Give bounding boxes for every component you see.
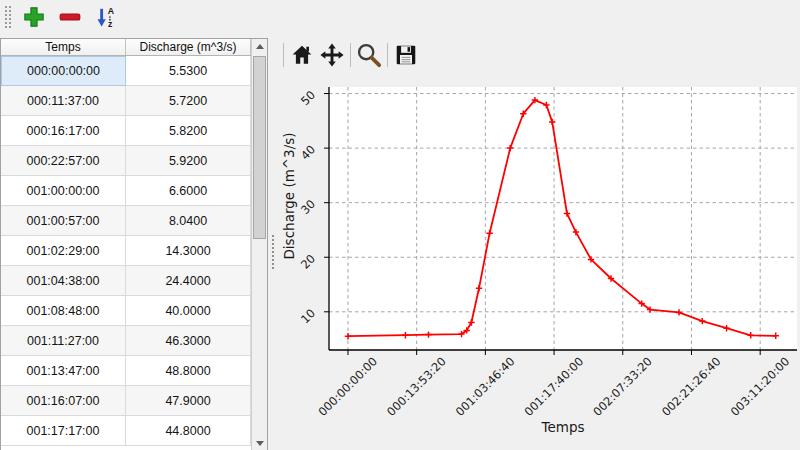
table-row: 000:00:00:005.5300 [1, 56, 251, 86]
cell-temps[interactable]: 001:16:07:00 [1, 386, 126, 416]
cell-discharge[interactable]: 46.3000 [126, 326, 251, 356]
sort-az-icon: A z [94, 5, 118, 29]
x-tick-label: 000:13:53:20 [384, 354, 449, 419]
save-icon [394, 43, 418, 67]
table-scrollbar[interactable] [251, 39, 267, 450]
x-tick-label: 002:07:33:20 [590, 354, 655, 419]
cell-discharge[interactable]: 48.8000 [126, 356, 251, 386]
cell-temps[interactable]: 001:02:29:00 [1, 236, 126, 266]
y-axis-label: Discharge (m^3/s) [281, 132, 297, 259]
cell-discharge[interactable]: 5.7200 [126, 86, 251, 116]
table-row: 000:16:17:005.8200 [1, 116, 251, 146]
x-tick-label: 003:11:20:00 [728, 354, 793, 419]
cell-discharge[interactable]: 40.0000 [126, 296, 251, 326]
cell-temps[interactable]: 001:17:17:00 [1, 416, 126, 446]
table-row: 001:17:17:0044.8000 [1, 416, 251, 446]
scroll-up-button[interactable] [252, 39, 267, 53]
panel-splitter[interactable] [269, 38, 277, 450]
zoom-button[interactable] [354, 40, 384, 70]
y-tick-label: 20 [298, 251, 318, 271]
column-header-discharge[interactable]: Discharge (m^3/s) [126, 39, 251, 55]
cell-temps[interactable]: 000:11:37:00 [1, 86, 126, 116]
svg-text:A: A [108, 6, 115, 16]
remove-row-button[interactable] [55, 3, 85, 31]
cell-discharge[interactable]: 6.6000 [126, 176, 251, 206]
save-button[interactable] [391, 40, 421, 70]
splitter-handle-icon [271, 234, 275, 270]
table-row: 000:22:57:005.9200 [1, 146, 251, 176]
svg-text:z: z [108, 19, 113, 29]
table-row: 001:11:27:0046.3000 [1, 326, 251, 356]
plot-area [329, 87, 797, 350]
x-tick-label: 000:00:00:00 [315, 354, 380, 419]
cell-discharge[interactable]: 24.4000 [126, 266, 251, 296]
y-tick-label: 30 [298, 197, 318, 217]
cell-temps[interactable]: 000:00:00:00 [1, 56, 126, 86]
table-body: 000:00:00:005.5300000:11:37:005.7200000:… [1, 56, 251, 450]
cell-temps[interactable]: 001:04:38:00 [1, 266, 126, 296]
y-tick-label: 10 [298, 306, 318, 326]
main-toolbar: A z [0, 0, 800, 34]
home-icon [290, 43, 314, 67]
zoom-icon [356, 42, 382, 68]
arrow-down-icon [256, 441, 264, 446]
chart-toolbar [280, 40, 421, 70]
y-tick-label: 50 [298, 88, 318, 108]
cell-discharge[interactable]: 5.5300 [126, 56, 251, 86]
table-row: 001:00:00:006.6000 [1, 176, 251, 206]
toolbar-separator [350, 43, 351, 67]
table-row: 001:02:29:0014.3000 [1, 236, 251, 266]
table-row: 001:08:48:0040.0000 [1, 296, 251, 326]
cell-discharge[interactable]: 44.8000 [126, 416, 251, 446]
toolbar-separator [283, 43, 284, 67]
time-series-table: Temps Discharge (m^3/s) 000:00:00:005.53… [0, 38, 268, 450]
cell-discharge[interactable]: 14.3000 [126, 236, 251, 266]
toolbar-separator [387, 43, 388, 67]
x-tick-label: 002:21:26:40 [659, 354, 724, 419]
table-row: 001:00:57:008.0400 [1, 206, 251, 236]
pan-icon [319, 42, 345, 68]
table-row: 000:11:37:005.7200 [1, 86, 251, 116]
y-tick-label: 40 [298, 142, 318, 162]
x-tick-label: 001:17:40:00 [522, 354, 587, 419]
add-row-button[interactable] [19, 3, 49, 31]
chart-panel: 000:00:00:00000:13:53:20001:03:46:40001:… [278, 36, 800, 450]
cell-temps[interactable]: 000:22:57:00 [1, 146, 126, 176]
table-row: 001:16:07:0047.9000 [1, 386, 251, 416]
plus-icon [22, 5, 46, 29]
scrollbar-thumb[interactable] [253, 56, 266, 239]
arrow-up-icon [256, 44, 264, 49]
pan-button[interactable] [317, 40, 347, 70]
table-header: Temps Discharge (m^3/s) [1, 39, 267, 56]
minus-icon [58, 5, 82, 29]
scroll-down-button[interactable] [252, 436, 267, 450]
cell-temps[interactable]: 001:00:57:00 [1, 206, 126, 236]
table-row: 001:04:38:0024.4000 [1, 266, 251, 296]
cell-discharge[interactable]: 8.0400 [126, 206, 251, 236]
cell-temps[interactable]: 000:16:17:00 [1, 116, 126, 146]
toolbar-drag-handle[interactable] [4, 5, 13, 29]
cell-temps[interactable]: 001:13:47:00 [1, 356, 126, 386]
cell-temps[interactable]: 001:11:27:00 [1, 326, 126, 356]
x-tick-label: 001:03:46:40 [453, 354, 518, 419]
home-button[interactable] [287, 40, 317, 70]
cell-discharge[interactable]: 5.9200 [126, 146, 251, 176]
cell-discharge[interactable]: 5.8200 [126, 116, 251, 146]
cell-temps[interactable]: 001:08:48:00 [1, 296, 126, 326]
x-axis-label: Temps [540, 419, 584, 435]
column-header-temps[interactable]: Temps [1, 39, 126, 55]
cell-discharge[interactable]: 47.9000 [126, 386, 251, 416]
chart-canvas[interactable]: 000:00:00:00000:13:53:20001:03:46:40001:… [278, 36, 800, 450]
sort-button[interactable]: A z [91, 3, 121, 31]
cell-temps[interactable]: 001:00:00:00 [1, 176, 126, 206]
table-row: 001:13:47:0048.8000 [1, 356, 251, 386]
